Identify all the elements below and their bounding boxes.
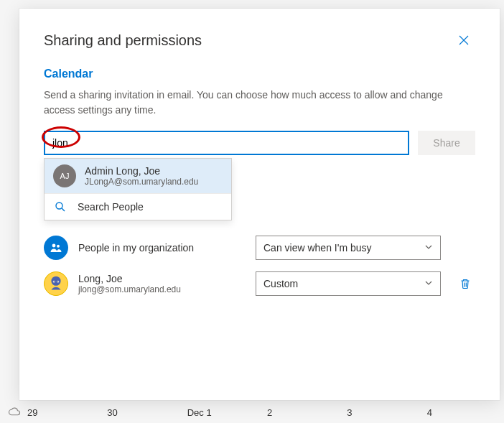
background-calendar-row: 29 30 Dec 1 2 3 4 (0, 401, 504, 423)
svg-point-2 (52, 244, 56, 248)
suggestion-email: JLongA@som.umaryland.edu (85, 177, 198, 187)
people-suggestions-dropdown: AJ Admin Long, Joe JLongA@som.umaryland.… (44, 158, 232, 220)
close-button[interactable] (452, 29, 475, 52)
chevron-down-icon (424, 242, 433, 254)
calendar-day[interactable]: Dec 1 (185, 407, 264, 418)
svg-point-0 (56, 203, 62, 209)
permission-name: People in my organization (78, 242, 246, 254)
permission-access-select[interactable]: Custom (256, 271, 441, 296)
close-icon (459, 35, 469, 45)
dialog-header: Sharing and permissions (44, 29, 475, 52)
permissions-list: People in my organization Can view when … (44, 230, 475, 302)
svg-line-1 (62, 208, 65, 211)
permission-name: Long, Joe (78, 273, 246, 284)
suggestion-text: Admin Long, Joe JLongA@som.umaryland.edu (85, 165, 198, 187)
share-email-input[interactable] (44, 131, 409, 155)
permission-access-value: Can view when I'm busy (263, 242, 372, 254)
remove-permission-button[interactable] (455, 274, 475, 294)
calendar-subtitle: Calendar (44, 68, 475, 80)
permission-access-value: Custom (263, 278, 298, 289)
search-people-button[interactable]: Search People (45, 193, 231, 220)
svg-point-5 (51, 276, 60, 286)
share-button[interactable]: Share (418, 131, 475, 155)
trash-icon (459, 278, 471, 289)
dialog-title: Sharing and permissions (44, 32, 202, 49)
permission-access-select[interactable]: Can view when I'm busy (256, 236, 441, 260)
avatar: AJ (53, 164, 76, 187)
sharing-permissions-dialog: Sharing and permissions Calendar Send a … (19, 9, 500, 400)
share-input-row: Share AJ Admin Long, Joe JLongA@som.umar… (44, 131, 475, 155)
permission-row-user: Long, Joe jlong@som.umaryland.edu Custom (44, 266, 475, 302)
weather-icon (4, 407, 24, 417)
suggestion-name: Admin Long, Joe (85, 165, 198, 177)
user-avatar (44, 271, 68, 296)
svg-point-3 (57, 245, 60, 248)
suggestion-item[interactable]: AJ Admin Long, Joe JLongA@som.umaryland.… (45, 159, 231, 193)
calendar-day[interactable]: 4 (424, 407, 504, 418)
chevron-down-icon (424, 278, 433, 289)
calendar-day[interactable]: 2 (264, 407, 344, 418)
organization-icon (44, 236, 68, 260)
calendar-day[interactable]: 3 (344, 407, 424, 418)
svg-point-8 (54, 282, 55, 282)
permission-email: jlong@som.umaryland.edu (78, 284, 246, 294)
calendar-day[interactable]: 30 (104, 407, 184, 418)
search-people-label: Search People (78, 201, 144, 213)
search-icon (55, 201, 66, 213)
calendar-day[interactable]: 29 (24, 407, 104, 418)
svg-point-9 (57, 282, 58, 282)
dialog-description: Send a sharing invitation in email. You … (44, 88, 467, 118)
permission-row-organization: People in my organization Can view when … (44, 230, 475, 266)
